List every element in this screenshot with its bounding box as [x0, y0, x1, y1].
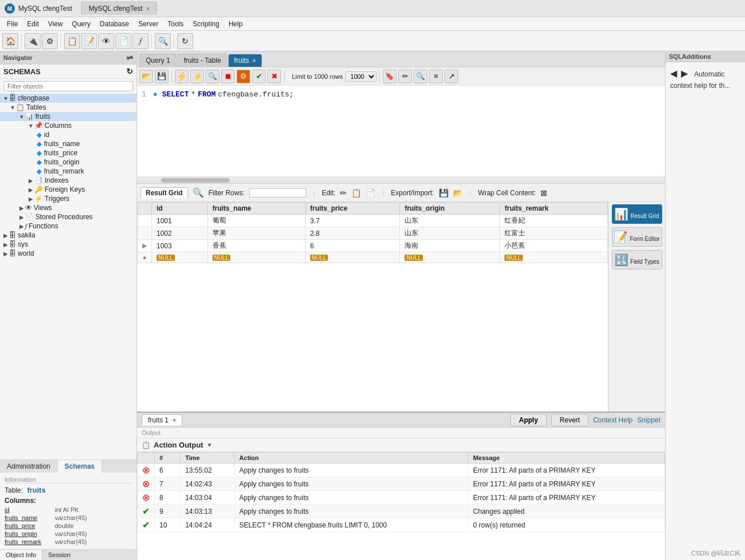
- context-help-link[interactable]: Context Help: [593, 416, 632, 424]
- edit-icon1[interactable]: ✏: [340, 188, 347, 198]
- tree-schema-cfengbase[interactable]: ▼ 🗄 cfengbase: [0, 94, 137, 103]
- tab-session[interactable]: Session: [42, 550, 76, 560]
- toolbar-manage-conn-btn[interactable]: ⚙: [42, 33, 58, 49]
- qt-explain-btn[interactable]: 🔍: [206, 70, 219, 83]
- col-fremark-row: fruits_remark varchar(45): [5, 538, 132, 546]
- toolbar-new-func-btn[interactable]: 𝑓: [133, 33, 149, 49]
- tree-schema-world[interactable]: ▶ 🗄 world: [0, 249, 137, 258]
- toolbar-home-btn[interactable]: 🏠: [2, 33, 18, 49]
- edit-icon3[interactable]: 📄: [366, 188, 375, 198]
- tree-schema-sakila[interactable]: ▶ 🗄 sakila: [0, 231, 137, 240]
- field-types-side-btn[interactable]: 🔣 Field Types: [612, 250, 662, 269]
- indexes-arrow-icon: ▶: [27, 178, 34, 184]
- col-fremark-label: fruits_remark: [44, 167, 84, 175]
- edit-icon2[interactable]: 📋: [351, 188, 361, 198]
- horizontal-scrollbar[interactable]: [137, 177, 665, 184]
- table-row[interactable]: ▶ 1003 香蕉 6 海南 小芭蕉: [138, 240, 608, 252]
- menu-help[interactable]: Help: [224, 19, 247, 29]
- result-grid-side-btn[interactable]: 📊 Result Grid: [612, 204, 662, 224]
- qt-search-btn[interactable]: 🔍: [414, 70, 427, 83]
- menu-edit[interactable]: Edit: [22, 19, 43, 29]
- filter-input[interactable]: [3, 81, 133, 91]
- qt-bookmark-btn[interactable]: 🔖: [383, 70, 396, 83]
- sql-breakpoint-dot: ●: [153, 90, 158, 99]
- qt-execute-line-btn[interactable]: ⚡: [190, 70, 204, 83]
- menu-file[interactable]: File: [2, 19, 22, 29]
- qt-stop-btn[interactable]: ⏹: [221, 70, 235, 83]
- th-message: Message: [468, 453, 665, 464]
- qt-rollback-btn[interactable]: ✖: [267, 70, 281, 83]
- menu-server[interactable]: Server: [134, 19, 163, 29]
- limit-dropdown[interactable]: 1000 500 200: [345, 71, 376, 82]
- toolbar-search-btn[interactable]: 🔍: [155, 33, 171, 49]
- tree-col-fruits-origin[interactable]: ◆ fruits_origin: [0, 158, 137, 167]
- query1-tab[interactable]: Query 1: [139, 54, 177, 67]
- title-tab[interactable]: MySQL cfengTest ×: [81, 2, 157, 15]
- tree-tables[interactable]: ▼ 📋 Tables: [0, 103, 137, 112]
- export-icon1[interactable]: 💾: [439, 188, 448, 198]
- result-grid-tab[interactable]: Result Grid: [141, 187, 188, 199]
- schemas-refresh-icon[interactable]: ↻: [126, 67, 133, 76]
- bottom-tabs-left: fruits 1 ×: [142, 414, 182, 425]
- tree-views[interactable]: ▶ 👁 Views: [0, 203, 137, 212]
- qt-format-btn[interactable]: ≡: [429, 70, 443, 83]
- menu-scripting[interactable]: Scripting: [188, 19, 224, 29]
- toolbar-new-table-btn[interactable]: 📝: [81, 33, 97, 49]
- revert-button[interactable]: Revert: [551, 414, 588, 426]
- tree-stored-procedures[interactable]: ▶ 📄 Stored Procedures: [0, 212, 137, 221]
- center-panel: Query 1 fruits - Table fruits × 📂 💾 ⚡ ⚡ …: [137, 51, 665, 560]
- tree-foreign-keys[interactable]: ▶ 🔑 Foreign Keys: [0, 185, 137, 194]
- form-editor-side-btn[interactable]: 📝 Form Editor: [612, 227, 662, 247]
- tree-col-fruits-price[interactable]: ◆ fruits_price: [0, 148, 137, 158]
- qt-export-btn[interactable]: ↗: [444, 70, 458, 83]
- tree-functions[interactable]: ▶ 𝑓 Functions: [0, 221, 137, 231]
- tree-indexes[interactable]: ▶ 📑 Indexes: [0, 176, 137, 185]
- tree-triggers[interactable]: ▶ ⚡ Triggers: [0, 194, 137, 203]
- sql-additions-nav-next[interactable]: ▶: [681, 67, 688, 80]
- tree-col-fruits-name[interactable]: ◆ fruits_name: [0, 139, 137, 148]
- apply-button[interactable]: Apply: [510, 414, 546, 426]
- tree-schema-sys[interactable]: ▶ 🗄 sys: [0, 240, 137, 249]
- table-row[interactable]: 1001 葡萄 3.7 山东 红香妃: [138, 215, 608, 227]
- fruits-tab-close-icon[interactable]: ×: [253, 57, 256, 64]
- filter-rows-input[interactable]: [249, 188, 306, 198]
- qt-open-btn[interactable]: 📂: [139, 70, 153, 83]
- toolbar-new-proc-btn[interactable]: 📄: [115, 33, 131, 49]
- qt-commit-btn[interactable]: ✔: [252, 70, 266, 83]
- menu-database[interactable]: Database: [95, 19, 134, 29]
- tab-object-info[interactable]: Object Info: [0, 550, 42, 560]
- menu-query[interactable]: Query: [67, 19, 95, 29]
- toolbar-new-schema-btn[interactable]: 📋: [64, 33, 80, 49]
- qt-save-btn[interactable]: 💾: [155, 70, 169, 83]
- toolbar-reconnect-btn[interactable]: ↻: [177, 33, 193, 49]
- h-scroll-thumb[interactable]: [161, 178, 230, 183]
- qt-execute-btn[interactable]: ⚡: [175, 70, 189, 83]
- qt-brush-btn[interactable]: ✏: [398, 70, 412, 83]
- wrap-icon[interactable]: ⊠: [540, 188, 547, 198]
- menu-view[interactable]: View: [43, 19, 67, 29]
- fruits-active-tab[interactable]: fruits ×: [229, 54, 262, 67]
- fruits-table-tab[interactable]: fruits - Table: [178, 54, 227, 67]
- error-icon: ⊗: [142, 493, 150, 502]
- snippet-link[interactable]: Snippet: [637, 416, 660, 424]
- sql-editor[interactable]: 1 ● SELECT * FROM cfengbase.fruits;: [137, 86, 665, 177]
- table-row[interactable]: 1002 苹果 2.8 山东 红富士: [138, 227, 608, 240]
- edit-label: Edit:: [322, 189, 335, 197]
- menu-tools[interactable]: Tools: [163, 19, 188, 29]
- limit-label: Limit to 1000 rows: [292, 73, 343, 80]
- toolbar-new-view-btn[interactable]: 👁: [98, 33, 114, 49]
- fruits1-tab-close[interactable]: ×: [173, 417, 176, 424]
- tree-col-fruits-remark[interactable]: ◆ fruits_remark: [0, 167, 137, 176]
- toolbar-new-conn-btn[interactable]: 🔌: [25, 33, 41, 49]
- title-tab-close[interactable]: ×: [146, 5, 150, 12]
- nav-tab-schemas[interactable]: Schemas: [58, 460, 102, 473]
- export-icon2[interactable]: 📂: [453, 188, 463, 198]
- qt-inspect-btn[interactable]: ⚙: [237, 70, 250, 83]
- tree-columns[interactable]: ▼ 📌 Columns: [0, 121, 137, 130]
- tree-table-fruits[interactable]: ▼ 📊 fruits: [0, 112, 137, 121]
- action-output-dropdown-icon[interactable]: ▼: [207, 442, 213, 448]
- fruits1-tab[interactable]: fruits 1 ×: [142, 414, 182, 425]
- tree-col-id[interactable]: ◆ id: [0, 130, 137, 139]
- sql-additions-nav-prev[interactable]: ◀: [670, 67, 677, 80]
- nav-tab-administration[interactable]: Administration: [0, 460, 58, 473]
